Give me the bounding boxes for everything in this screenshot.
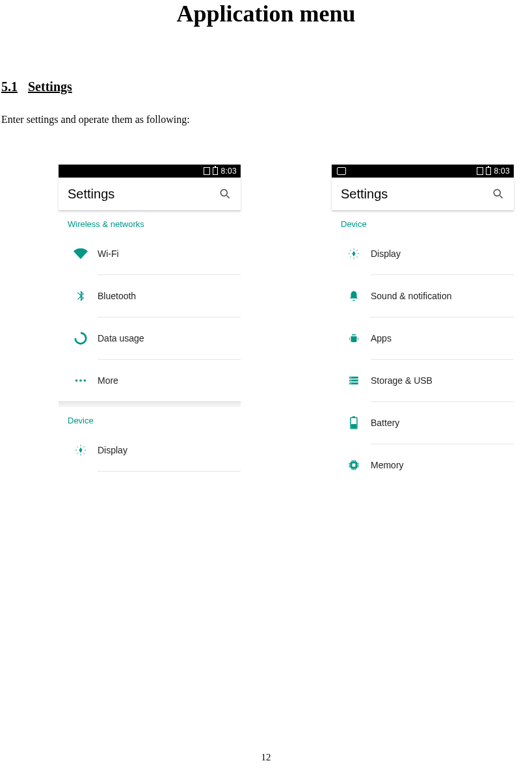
divider [98, 471, 241, 472]
item-label: Apps [371, 333, 392, 343]
sound-icon [341, 290, 367, 302]
settings-item-data-usage[interactable]: Data usage [59, 317, 241, 359]
item-label: Battery [371, 418, 399, 428]
status-time: 8:03 [494, 167, 510, 176]
screenshot-right: 8:03 Settings Device Display Sound & not… [332, 165, 514, 486]
svg-point-0 [220, 189, 227, 196]
svg-point-2 [75, 379, 78, 382]
settings-item-wifi[interactable]: Wi-Fi [59, 233, 241, 274]
settings-item-apps[interactable]: Apps [332, 317, 514, 359]
intro-text: Enter settings and operate them as follo… [1, 114, 532, 126]
svg-point-4 [84, 379, 86, 382]
sim-icon [477, 167, 483, 175]
section-heading: 5.1Settings [1, 79, 532, 94]
more-icon [68, 373, 94, 388]
data-usage-icon [68, 331, 94, 345]
settings-item-more[interactable]: More [59, 360, 241, 401]
section-label-device: Device [332, 210, 514, 233]
svg-point-8 [355, 334, 356, 335]
item-label: Bluetooth [98, 291, 136, 301]
svg-line-1 [227, 196, 230, 198]
svg-point-13 [351, 380, 352, 381]
status-bar: 8:03 [59, 165, 241, 178]
page-number: 12 [0, 752, 532, 763]
svg-point-7 [352, 334, 353, 335]
item-label: Wi-Fi [98, 248, 119, 259]
settings-item-display[interactable]: Display [332, 233, 514, 274]
memory-icon [341, 459, 367, 472]
battery-icon [486, 167, 491, 175]
status-bar: 8:03 [332, 165, 514, 178]
section-number: 5.1 [1, 79, 18, 94]
svg-rect-19 [352, 464, 356, 467]
appbar-title: Settings [68, 187, 114, 202]
settings-item-memory[interactable]: Memory [332, 444, 514, 486]
settings-item-battery[interactable]: Battery [332, 402, 514, 444]
display-icon [68, 444, 94, 457]
item-label: Display [98, 445, 127, 455]
screenshot-left: 8:03 Settings Wireless & networks Wi-Fi … [59, 165, 241, 486]
app-bar: Settings [332, 178, 514, 210]
settings-item-storage[interactable]: Storage & USB [332, 360, 514, 401]
section-label-wireless: Wireless & networks [59, 210, 241, 233]
status-time: 8:03 [220, 167, 237, 176]
svg-point-14 [351, 383, 352, 384]
section-title: Settings [28, 79, 72, 94]
apps-icon [341, 332, 367, 344]
section-divider [59, 401, 241, 407]
item-label: Display [371, 248, 401, 259]
settings-item-bluetooth[interactable]: Bluetooth [59, 275, 241, 317]
notification-icon [337, 167, 346, 175]
settings-item-display[interactable]: Display [59, 429, 241, 471]
storage-icon [341, 375, 367, 386]
svg-point-12 [351, 377, 352, 379]
section-label-device: Device [59, 407, 241, 429]
svg-rect-16 [352, 416, 355, 418]
item-label: Storage & USB [371, 375, 432, 386]
battery-setting-icon [341, 416, 367, 429]
app-bar: Settings [59, 178, 241, 210]
search-icon[interactable] [492, 187, 505, 200]
search-icon[interactable] [219, 187, 232, 200]
battery-icon [213, 167, 218, 175]
item-label: Sound & notification [371, 291, 452, 301]
item-label: Memory [371, 460, 404, 470]
svg-point-3 [79, 379, 82, 382]
page-title: Application menu [0, 0, 532, 27]
wifi-icon [68, 247, 94, 261]
settings-item-sound[interactable]: Sound & notification [332, 275, 514, 317]
appbar-title: Settings [341, 187, 388, 202]
item-label: More [98, 375, 118, 386]
display-icon [341, 247, 367, 260]
sim-icon [204, 167, 210, 175]
bluetooth-icon [68, 289, 94, 302]
svg-rect-17 [351, 424, 356, 428]
svg-point-5 [494, 189, 500, 196]
item-label: Data usage [98, 333, 144, 343]
svg-line-6 [500, 196, 503, 198]
